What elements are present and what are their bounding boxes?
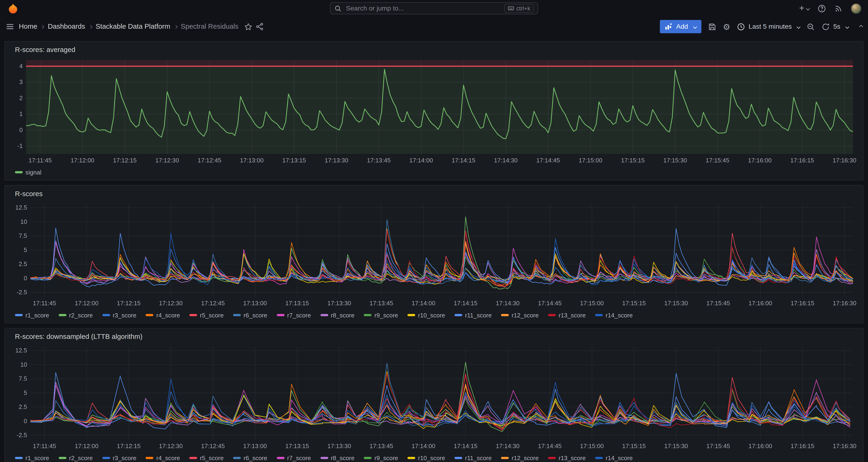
save-icon: [708, 22, 716, 31]
series-color-icon: [59, 314, 66, 316]
chart-canvas-averaged[interactable]: [10, 56, 859, 166]
refresh-button[interactable]: [822, 22, 830, 31]
legend-item[interactable]: r4_score: [146, 312, 180, 318]
legend-item-label: r2_score: [69, 455, 93, 461]
top-navbar: ctrl+k +: [0, 0, 868, 17]
legend-item[interactable]: r5_score: [189, 312, 224, 318]
legend-item[interactable]: r6_score: [233, 455, 268, 461]
series-color-icon: [59, 457, 66, 459]
legend-item[interactable]: r11_score: [455, 312, 492, 318]
refresh-interval-dropdown[interactable]: 5s: [833, 23, 849, 30]
legend-item-label: r5_score: [200, 455, 224, 461]
series-color-icon: [15, 457, 23, 459]
legend-item-label: r8_score: [331, 312, 354, 318]
series-color-icon: [548, 314, 556, 316]
zoom-out-icon: [807, 22, 815, 31]
series-color-icon: [364, 457, 372, 459]
news-button[interactable]: [834, 4, 843, 12]
save-dashboard-button[interactable]: [708, 22, 716, 31]
search-input[interactable]: [345, 4, 501, 13]
legend: r1_scorer2_scorer3_scorer4_scorer5_score…: [10, 452, 858, 462]
help-icon: [818, 4, 826, 12]
legend-item-label: r14_score: [606, 455, 633, 461]
dashboard-grid: R-scores: averaged signal R-scores r1_sc…: [0, 37, 868, 462]
search-bar[interactable]: ctrl+k: [330, 2, 538, 14]
chevron-up-icon: [859, 25, 863, 29]
time-range-picker[interactable]: Last 5 minutes: [737, 22, 800, 31]
legend-item[interactable]: r8_score: [320, 312, 354, 318]
legend-item[interactable]: r13_score: [548, 455, 586, 461]
legend-item-label: r4_score: [156, 455, 180, 461]
series-color-icon: [364, 314, 372, 316]
panel-title[interactable]: R-scores: downsampled (LTTB algorithm): [10, 331, 858, 343]
new-menu-button[interactable]: +: [799, 4, 809, 13]
series-color-icon: [277, 457, 284, 459]
legend-item[interactable]: r3_score: [102, 455, 136, 461]
breadcrumb-dashboards[interactable]: Dashboards: [48, 23, 85, 30]
series-color-icon: [320, 457, 328, 459]
legend-item[interactable]: r6_score: [233, 312, 268, 318]
breadcrumb-folder[interactable]: Stackable Data Platform: [96, 23, 170, 30]
collapse-toolbar-button[interactable]: [858, 25, 862, 28]
legend-item[interactable]: r7_score: [277, 455, 311, 461]
series-color-icon: [595, 457, 603, 459]
legend-item[interactable]: r8_score: [320, 455, 354, 461]
legend-item[interactable]: r12_score: [501, 312, 538, 318]
legend-item[interactable]: r3_score: [102, 312, 136, 318]
legend-item[interactable]: r4_score: [146, 455, 180, 461]
legend-item-label: r8_score: [331, 455, 354, 461]
chart-canvas-rscores[interactable]: [10, 201, 859, 309]
series-color-icon: [455, 314, 462, 316]
legend-item[interactable]: r10_score: [407, 455, 445, 461]
legend-item-label: r6_score: [244, 455, 268, 461]
legend-item[interactable]: signal: [15, 169, 41, 175]
series-color-icon: [233, 457, 241, 459]
legend-item-label: r12_score: [512, 455, 538, 461]
legend-item[interactable]: r10_score: [407, 312, 445, 318]
legend-item[interactable]: r1_score: [15, 312, 49, 318]
mega-menu-button[interactable]: [6, 22, 14, 31]
help-button[interactable]: [818, 4, 826, 12]
legend-item[interactable]: r5_score: [189, 455, 224, 461]
legend-item[interactable]: r7_score: [277, 312, 311, 318]
share-button[interactable]: [255, 23, 263, 30]
legend-item[interactable]: r13_score: [548, 312, 586, 318]
legend-item-label: r2_score: [69, 312, 93, 318]
user-avatar[interactable]: [851, 3, 861, 13]
add-panel-button[interactable]: Add: [660, 20, 701, 33]
series-color-icon: [102, 314, 110, 316]
breadcrumb-home[interactable]: Home: [19, 23, 37, 30]
legend-item[interactable]: r12_score: [501, 455, 538, 461]
legend-item-label: r11_score: [465, 455, 492, 461]
panel-title[interactable]: R-scores: [10, 188, 858, 200]
legend-item[interactable]: r9_score: [364, 312, 398, 318]
legend-item[interactable]: r2_score: [59, 312, 93, 318]
favorite-button[interactable]: [244, 22, 252, 31]
breadcrumb-current: Spectral Residuals: [181, 23, 238, 30]
legend-item-label: r7_score: [287, 312, 311, 318]
legend-item-label: r12_score: [512, 312, 538, 318]
refresh-interval-label: 5s: [833, 23, 840, 30]
grafana-logo-icon[interactable]: [6, 2, 19, 14]
legend-item[interactable]: r1_score: [15, 455, 49, 461]
legend-item[interactable]: r2_score: [59, 455, 93, 461]
panel-title[interactable]: R-scores: averaged: [10, 44, 858, 56]
share-icon: [255, 23, 263, 30]
legend-item-label: r14_score: [606, 312, 633, 318]
series-color-icon: [548, 457, 556, 459]
dashboard-settings-button[interactable]: ⚙: [723, 22, 731, 31]
chevron-right-icon: [88, 25, 92, 29]
legend-item[interactable]: r11_score: [455, 455, 492, 461]
legend-item[interactable]: r14_score: [595, 312, 633, 318]
zoom-out-button[interactable]: [807, 22, 815, 31]
legend-item-label: r3_score: [113, 455, 136, 461]
dashboard-toolbar: Home Dashboards Stackable Data Platform …: [0, 17, 868, 36]
panel-r-scores-averaged: R-scores: averaged signal: [4, 41, 864, 181]
chart-canvas-downsampled[interactable]: [10, 343, 859, 452]
legend: r1_scorer2_scorer3_scorer4_scorer5_score…: [10, 309, 858, 320]
legend-item-label: r6_score: [244, 312, 268, 318]
legend-item[interactable]: r9_score: [364, 455, 398, 461]
legend-item-label: r7_score: [287, 455, 311, 461]
series-color-icon: [15, 314, 23, 316]
legend-item[interactable]: r14_score: [595, 455, 633, 461]
